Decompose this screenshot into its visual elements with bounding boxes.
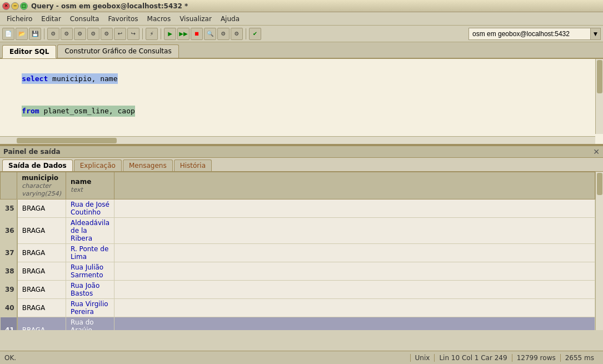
table-row[interactable]: 38BRAGARua Julião Sarmento <box>1 262 595 281</box>
editor-vscroll-thumb[interactable] <box>597 60 602 93</box>
sql-select-cols: municipio, name <box>48 73 117 84</box>
toolbar-sep-2 <box>142 28 143 39</box>
toolbar-btn-6[interactable]: ⚙ <box>74 28 86 40</box>
cell-municipio: BRAGA <box>17 281 66 299</box>
cell-extra <box>114 281 595 299</box>
cell-name: Rua do Araújo Carandá <box>66 317 114 331</box>
cell-name: R. Ponte de Lima <box>66 244 114 262</box>
menubar: Ficheiro Editar Consulta Favoritos Macro… <box>0 12 603 26</box>
window-controls: ✕ − □ <box>2 2 28 10</box>
toolbar-btn-4[interactable]: ⚙ <box>47 28 59 40</box>
col-header-extra <box>114 172 595 200</box>
kw-from: from <box>22 106 39 117</box>
toolbar-sep-1 <box>44 28 44 39</box>
menu-macros[interactable]: Macros <box>143 14 176 24</box>
menu-consulta[interactable]: Consulta <box>66 14 104 24</box>
cell-extra <box>114 262 595 281</box>
cell-rownum: 40 <box>1 299 17 317</box>
new-file-button[interactable]: 📄 <box>2 28 14 40</box>
output-panel: Painel de saída ✕ Saída de Dados Explica… <box>0 145 603 330</box>
output-header: Painel de saída ✕ <box>0 146 603 158</box>
table-header-row: municipio character varying(254) name te… <box>1 172 595 200</box>
table-row[interactable]: 37BRAGAR. Ponte de Lima <box>1 244 595 262</box>
col-header-name[interactable]: name text <box>66 172 114 200</box>
cell-rownum: 37 <box>1 244 17 262</box>
menu-ajuda[interactable]: Ajuda <box>216 14 244 24</box>
cell-name: Rua João Bastos <box>66 281 114 299</box>
cell-rownum: 39 <box>1 281 17 299</box>
sql-editor[interactable]: select municipio, name from planet_osm_l… <box>0 59 603 145</box>
col-name-label: name <box>71 178 91 186</box>
explain-button[interactable]: 🔍 <box>204 28 216 40</box>
open-file-button[interactable]: 📂 <box>16 28 28 40</box>
menu-visualizar[interactable]: Visualizar <box>175 14 216 24</box>
run-button[interactable]: ▶ <box>164 28 176 40</box>
tab-mensagens[interactable]: Mensagens <box>123 159 173 171</box>
cell-rownum: 41 <box>1 317 17 331</box>
menu-ficheiro[interactable]: Ficheiro <box>2 14 37 24</box>
col-name-type: text <box>71 186 83 193</box>
sql-line-1: select municipio, name <box>4 62 599 95</box>
toolbar-sep-4 <box>246 28 246 39</box>
cell-extra <box>114 244 595 262</box>
cell-extra <box>114 218 595 244</box>
table-body: 35BRAGARua de José Coutinho36BRAGAAldead… <box>1 200 595 331</box>
menu-favoritos[interactable]: Favoritos <box>103 14 142 24</box>
cell-rownum: 38 <box>1 262 17 281</box>
table-row[interactable]: 39BRAGARua João Bastos <box>1 281 595 299</box>
kw-select: select <box>22 73 48 84</box>
table-row[interactable]: 40BRAGARua Virgilio Pereira <box>1 299 595 317</box>
db-select-input[interactable]: osm em geobox@localhost:5432 <box>469 28 591 40</box>
table-vscroll-thumb[interactable] <box>597 173 602 195</box>
col-municipio-type: character varying(254) <box>22 182 61 197</box>
output-tabs: Saída de Dados Explicação Mensagens Hist… <box>0 158 603 172</box>
toolbar-btn-17[interactable]: ⚙ <box>217 28 230 40</box>
cell-extra <box>114 200 595 218</box>
titlebar: ✕ − □ Query - osm em geobox@localhost:54… <box>0 0 603 12</box>
cell-extra <box>114 299 595 317</box>
editor-hscroll-thumb[interactable] <box>17 138 117 143</box>
table-row[interactable]: 41BRAGARua do Araújo Carandá <box>1 317 595 331</box>
menu-editar[interactable]: Editar <box>37 14 66 24</box>
minimize-button[interactable]: − <box>11 2 19 10</box>
output-close-button[interactable]: ✕ <box>593 147 600 156</box>
toolbar-btn-18[interactable]: ⚙ <box>231 28 243 40</box>
run-all-button[interactable]: ▶▶ <box>177 28 190 40</box>
toolbar-btn-7[interactable]: ⚙ <box>87 28 99 40</box>
toolbar: 📄 📂 💾 ⚙ ⚙ ⚙ ⚙ ⚙ ↩ ↪ ⚡ ▶ ▶▶ ⏹ 🔍 ⚙ ⚙ ✔ osm… <box>0 26 603 42</box>
cell-name: Rua de José Coutinho <box>66 200 114 218</box>
toolbar-btn-9[interactable]: ↩ <box>114 28 126 40</box>
tab-saida-dados[interactable]: Saída de Dados <box>2 159 73 171</box>
status-time: 2655 ms <box>560 354 599 362</box>
commit-button[interactable]: ✔ <box>249 28 261 40</box>
status-unix: Unix <box>410 354 435 362</box>
sql-line-2: from planet_osm_line, caop <box>4 95 599 128</box>
cell-municipio: BRAGA <box>17 218 66 244</box>
stop-button[interactable]: ⏹ <box>191 28 203 40</box>
cell-name: Rua Virgilio Pereira <box>66 299 114 317</box>
toolbar-btn-11[interactable]: ⚡ <box>146 28 158 40</box>
close-button[interactable]: ✕ <box>2 2 10 10</box>
editor-vscrollbar[interactable] <box>595 59 603 134</box>
toolbar-btn-5[interactable]: ⚙ <box>61 28 73 40</box>
db-dropdown-button[interactable]: ▼ <box>591 28 601 40</box>
maximize-button[interactable]: □ <box>20 2 28 10</box>
col-header-municipio[interactable]: municipio character varying(254) <box>17 172 66 200</box>
toolbar-btn-10[interactable]: ↪ <box>127 28 139 40</box>
tab-explicacao[interactable]: Explicação <box>74 159 122 171</box>
cell-name: Aldeadávila de la Ribera <box>66 218 114 244</box>
data-table: municipio character varying(254) name te… <box>0 172 595 330</box>
editor-hscrollbar[interactable] <box>0 136 595 144</box>
tab-editor-sql[interactable]: Editor SQL <box>2 45 56 58</box>
toolbar-btn-8[interactable]: ⚙ <box>101 28 113 40</box>
tab-construtor[interactable]: Construtor Gráfico de Consultas <box>57 44 178 58</box>
status-right: Unix Lin 10 Col 1 Car 249 12799 rows 265… <box>410 354 599 362</box>
table-row[interactable]: 36BRAGAAldeadávila de la Ribera <box>1 218 595 244</box>
col-municipio-name: municipio <box>22 174 58 182</box>
cell-municipio: BRAGA <box>17 200 66 218</box>
tab-historia[interactable]: História <box>174 159 212 171</box>
status-position: Lin 10 Col 1 Car 249 <box>434 354 511 362</box>
save-file-button[interactable]: 💾 <box>29 28 41 40</box>
table-vscrollbar[interactable] <box>595 172 603 330</box>
table-row[interactable]: 35BRAGARua de José Coutinho <box>1 200 595 218</box>
